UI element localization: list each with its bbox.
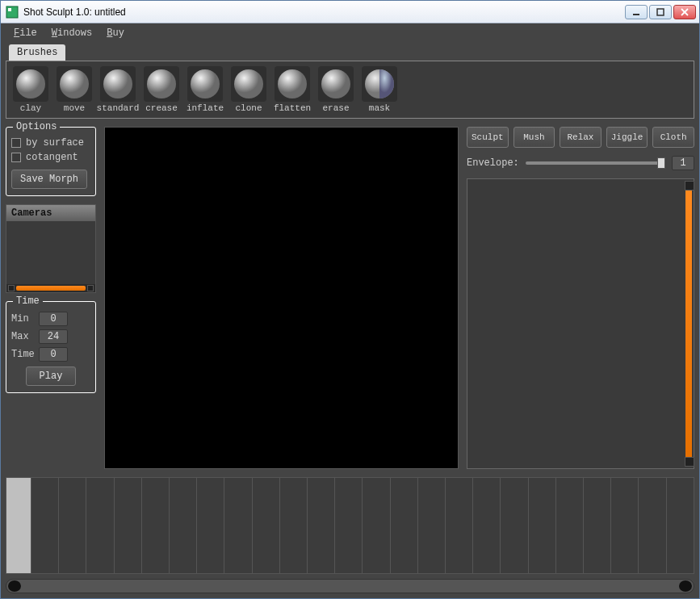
timeline-cell[interactable] [86,478,113,573]
timeline-cell[interactable] [58,478,86,573]
cameras-title: Cameras [6,205,95,221]
timeline-cell[interactable] [334,478,362,573]
brush-label: inflate [187,103,224,113]
mode-sculpt-button[interactable]: Sculpt [467,127,509,148]
minimize-icon [632,8,640,16]
timeline-cell[interactable] [224,478,251,573]
timeline-cell[interactable] [31,478,58,573]
maximize-button[interactable] [649,5,672,19]
timeline-cell[interactable] [638,478,665,573]
brush-label: mask [369,103,390,113]
cameras-list[interactable] [6,221,95,284]
checkbox-cotangent[interactable]: cotangent [11,152,90,163]
brush-sphere-icon [57,66,92,102]
svg-point-8 [103,69,132,98]
bottom-scrollbar[interactable] [6,579,694,593]
right-panel[interactable] [467,178,694,469]
window-title: Shot Sculpt 1.0: untitled [23,6,625,18]
by-surface-label: by surface [26,137,84,149]
brush-standard[interactable]: standard [99,66,137,113]
timeline-cell[interactable] [252,478,279,573]
right-scrollbar[interactable] [685,182,692,465]
brush-sphere-icon [144,66,179,102]
timeline-cursor[interactable] [6,478,31,573]
timeline-cell[interactable] [362,478,389,573]
menu-file[interactable]: File [14,27,37,39]
brush-erase[interactable]: erase [316,66,355,113]
brush-label: clone [235,103,262,113]
envelope-value[interactable]: 1 [672,156,694,170]
svg-point-6 [16,69,45,98]
timeline-cell[interactable] [390,478,417,573]
tab-brushes[interactable]: Brushes [9,44,65,61]
timeline-cell[interactable] [114,478,141,573]
timeline-cell[interactable] [307,478,334,573]
checkbox-by-surface[interactable]: by surface [11,137,90,149]
timeline-cell[interactable] [528,478,555,573]
time-input[interactable]: 0 [39,347,68,362]
scroll-left-cap [8,285,15,291]
left-column: Options by surface cotangent Save Morph … [6,127,96,469]
brush-crease[interactable]: crease [142,66,181,113]
brush-label: clay [20,103,41,113]
brush-sphere-icon [275,66,310,102]
timeline-cell[interactable] [417,478,445,573]
maximize-icon [656,8,664,16]
min-input[interactable]: 0 [39,312,68,326]
brush-label: standard [97,103,140,113]
brush-icon [187,66,223,102]
cameras-scrollbar[interactable] [6,284,95,292]
timeline-cell[interactable] [472,478,500,573]
svg-point-12 [278,69,307,98]
menu-windows[interactable]: Windows [52,27,92,39]
window-buttons [625,5,696,19]
svg-point-9 [147,69,176,98]
timeline[interactable] [6,477,694,574]
timeline-cell[interactable] [279,478,307,573]
timeline-cell[interactable] [196,478,224,573]
brush-label: erase [322,103,349,113]
max-label: Max [11,331,34,342]
brush-sphere-icon [318,66,354,102]
mode-cloth-button[interactable]: Cloth [652,127,694,148]
max-input[interactable]: 24 [39,329,68,344]
brush-flatten[interactable]: flatten [273,66,312,113]
viewport[interactable] [104,127,459,469]
envelope-row: Envelope: 1 [467,156,694,170]
menu-buy[interactable]: Buy [107,27,124,39]
app-window: Shot Sculpt 1.0: untitled File Windows B… [0,0,700,599]
timeline-cell[interactable] [169,478,196,573]
mode-relax-button[interactable]: Relax [560,127,601,148]
options-group: Options by surface cotangent Save Morph [6,127,96,196]
brush-clay[interactable]: clay [11,66,50,113]
brush-label: flatten [274,103,311,113]
brush-icon [57,66,92,102]
timeline-cell[interactable] [445,478,472,573]
play-button[interactable]: Play [26,367,77,386]
timeline-cell[interactable] [500,478,527,573]
timeline-cell[interactable] [141,478,169,573]
brush-mask[interactable]: mask [360,66,399,113]
timeline-cell[interactable] [666,478,694,573]
brush-inflate[interactable]: inflate [186,66,224,113]
mode-mush-button[interactable]: Mush [513,127,555,148]
svg-point-11 [234,69,263,98]
mode-jiggle-button[interactable]: Jiggle [606,127,648,148]
min-label: Min [11,313,34,325]
mode-buttons: Sculpt Mush Relax Jiggle Cloth [467,127,694,148]
close-button[interactable] [673,5,696,19]
minimize-button[interactable] [625,5,648,19]
svg-point-10 [191,69,220,98]
menubar: File Windows Buy [6,23,694,43]
timeline-cell[interactable] [610,478,638,573]
checkbox-icon [11,138,21,148]
save-morph-button[interactable]: Save Morph [11,170,87,189]
timeline-cell[interactable] [583,478,610,573]
envelope-slider[interactable] [526,161,665,165]
brush-sphere-icon [362,66,397,102]
scroll-right-cap [87,285,94,291]
brush-clone[interactable]: clone [229,66,268,113]
titlebar: Shot Sculpt 1.0: untitled [1,1,699,23]
timeline-cell[interactable] [555,478,583,573]
brush-move[interactable]: move [55,66,94,113]
